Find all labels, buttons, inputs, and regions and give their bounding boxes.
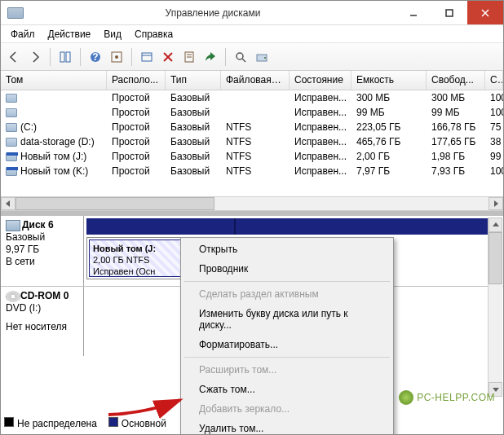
back-button[interactable] xyxy=(4,47,24,67)
svg-point-20 xyxy=(264,57,266,59)
find-button[interactable] xyxy=(231,47,250,67)
context-menu: Открыть Проводник Сделать раздел активны… xyxy=(180,237,394,435)
ctx-delete-volume[interactable]: Удалить том... xyxy=(183,419,391,435)
close-button[interactable] xyxy=(467,1,503,24)
disk-type: Базовый xyxy=(6,231,78,244)
refresh-button[interactable] xyxy=(137,47,157,67)
legend-primary-swatch xyxy=(108,417,118,427)
scroll-thumb-v[interactable] xyxy=(489,232,502,284)
volume-row[interactable]: Новый том (J:)ПростойБазовыйNTFSИсправен… xyxy=(1,149,503,164)
disk-info[interactable]: Диск 6 Базовый 9,97 ГБ В сети xyxy=(1,216,84,286)
ctx-add-mirror: Добавить зеркало... xyxy=(183,399,391,419)
watermark: PC-HELPP.COM xyxy=(399,390,495,405)
scroll-right-button[interactable] xyxy=(489,197,503,210)
help-button[interactable]: ? xyxy=(86,47,105,67)
svg-rect-10 xyxy=(142,53,152,61)
volume-row[interactable]: ПростойБазовыйИсправен...99 МБ99 МБ100 xyxy=(1,105,503,120)
scroll-up-button[interactable] xyxy=(489,218,502,232)
menu-action[interactable]: Действие xyxy=(43,27,96,42)
volume-row[interactable]: ПростойБазовыйИсправен...300 МБ300 МБ100 xyxy=(1,90,503,105)
volume-list-header: Том Располо... Тип Файловая с... Состоян… xyxy=(1,71,503,90)
svg-rect-5 xyxy=(66,52,70,62)
horizontal-scrollbar[interactable] xyxy=(1,196,503,211)
disk-label: Диск 6 xyxy=(22,219,54,231)
col-filesystem[interactable]: Файловая с... xyxy=(221,71,290,90)
forward-button[interactable] xyxy=(25,47,45,67)
ctx-extend: Расширить том... xyxy=(183,360,391,380)
scroll-thumb[interactable] xyxy=(15,197,214,210)
legend-unallocated: Не распределена xyxy=(17,418,97,429)
cdrom-label: CD-ROM 0 xyxy=(20,290,69,301)
svg-line-18 xyxy=(242,59,245,62)
col-type[interactable]: Тип xyxy=(166,71,221,90)
toolbar: ? xyxy=(1,43,503,71)
cdrom-info[interactable]: CD-ROM 0 DVD (I:) Нет носителя xyxy=(1,287,84,356)
col-state[interactable]: Состояние xyxy=(290,71,351,90)
minimize-button[interactable] xyxy=(396,1,431,24)
volume-row[interactable]: data-storage (D:)ПростойБазовыйNTFSИспра… xyxy=(1,134,503,149)
svg-point-17 xyxy=(237,53,243,59)
partition-size: 2,00 ГБ NTFS xyxy=(93,254,178,266)
volume-icon xyxy=(6,167,17,176)
disk-status: В сети xyxy=(6,256,78,268)
svg-text:?: ? xyxy=(92,51,98,63)
volume-icon xyxy=(6,94,17,103)
col-percent[interactable]: Св xyxy=(485,71,503,90)
col-capacity[interactable]: Емкость xyxy=(351,71,427,90)
maximize-button[interactable] xyxy=(431,1,467,24)
window-title: Управление дисками xyxy=(30,7,396,19)
volume-icon xyxy=(6,123,17,132)
title-bar: Управление дисками xyxy=(1,1,503,25)
settings-button[interactable] xyxy=(107,47,126,67)
cdrom-type: DVD (I:) xyxy=(6,302,78,314)
volume-row[interactable]: Новый том (K:)ПростойБазовыйNTFSИсправен… xyxy=(1,164,503,178)
legend: Не распределена Основной xyxy=(4,417,166,429)
delete-button[interactable] xyxy=(158,47,178,67)
menu-view[interactable]: Вид xyxy=(99,27,126,42)
cdrom-status: Нет носителя xyxy=(6,321,78,333)
disk-icon xyxy=(6,220,20,231)
watermark-icon xyxy=(399,390,413,405)
ctx-change-letter[interactable]: Изменить букву диска или путь к диску... xyxy=(183,304,391,335)
ctx-open[interactable]: Открыть xyxy=(183,239,391,259)
vertical-scrollbar[interactable] xyxy=(488,218,502,397)
ctx-make-active: Сделать раздел активным xyxy=(183,284,391,304)
drive-button[interactable] xyxy=(252,47,272,67)
scroll-left-button[interactable] xyxy=(1,197,15,210)
col-free[interactable]: Свобод... xyxy=(427,71,485,90)
volume-icon xyxy=(6,108,17,117)
col-layout[interactable]: Располо... xyxy=(107,71,166,90)
svg-rect-1 xyxy=(446,10,453,16)
partition-box[interactable]: Новый том (J: 2,00 ГБ NTFS Исправен (Осн xyxy=(86,237,184,279)
ctx-explorer[interactable]: Проводник xyxy=(183,259,391,279)
disk-size: 9,97 ГБ xyxy=(6,244,78,256)
watermark-text: PC-HELPP.COM xyxy=(417,392,495,403)
legend-unallocated-swatch xyxy=(4,417,14,427)
volume-icon xyxy=(6,138,17,147)
col-volume[interactable]: Том xyxy=(1,71,107,90)
svg-point-9 xyxy=(115,55,118,59)
ctx-format[interactable]: Форматировать... xyxy=(183,335,391,354)
menu-help[interactable]: Справка xyxy=(130,27,178,42)
view-list-button[interactable] xyxy=(55,47,75,67)
action-button[interactable] xyxy=(201,47,220,67)
volume-row[interactable]: (C:)ПростойБазовыйNTFSИсправен...223,05 … xyxy=(1,120,503,134)
menu-bar: Файл Действие Вид Справка xyxy=(1,25,503,43)
properties-button[interactable] xyxy=(179,47,199,67)
legend-primary: Основной xyxy=(122,418,166,429)
svg-rect-4 xyxy=(60,52,64,62)
cd-icon xyxy=(6,291,20,302)
partition-name: Новый том (J: xyxy=(93,243,178,254)
menu-file[interactable]: Файл xyxy=(6,27,40,42)
partition-state: Исправен (Осн xyxy=(93,266,178,277)
ctx-shrink[interactable]: Сжать том... xyxy=(183,380,391,399)
volume-icon xyxy=(6,152,17,161)
app-icon xyxy=(7,7,24,19)
volume-list[interactable]: ПростойБазовыйИсправен...300 МБ300 МБ100… xyxy=(1,90,503,196)
